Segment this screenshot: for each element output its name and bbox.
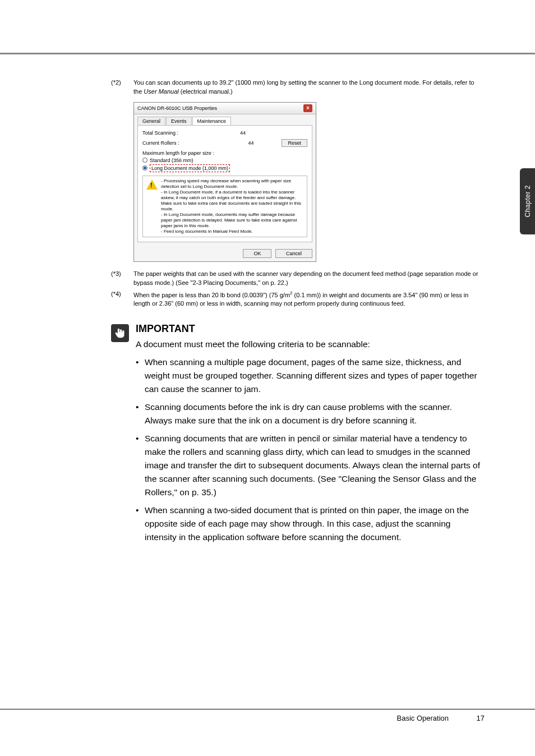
reset-button[interactable]: Reset (282, 139, 307, 147)
footer-inner: Basic Operation 17 (0, 714, 535, 722)
note-row-3: (*3) The paper weights that can be used … (111, 270, 481, 288)
max-length-group: Maximum length for paper size : Standard… (142, 150, 307, 237)
max-length-label: Maximum length for paper size : (142, 150, 307, 156)
bullet-item: When scanning a two-sided document that … (136, 504, 481, 544)
chapter-tab: Chapter 2 (520, 168, 535, 234)
dialog-tabs: General Events Maintenance (134, 114, 316, 125)
footer-section: Basic Operation (397, 714, 449, 722)
important-icon (111, 324, 129, 342)
radio-standard[interactable]: Standard (356 mm) (142, 158, 307, 163)
important-lead: A document must meet the following crite… (136, 338, 481, 351)
warning-box: - Processing speed may decrease when sca… (142, 176, 307, 237)
current-rollers-label: Current Rollers : (142, 140, 248, 146)
total-scanning-value: 44 (240, 130, 274, 136)
bullet-item: Scanning documents before the ink is dry… (136, 400, 481, 427)
note-body: The paper weights that can be used with … (133, 270, 481, 288)
note-row-4: (*4) When the paper is less than 20 lb b… (111, 290, 481, 309)
note-body: You can scan documents up to 39.2" (1000… (133, 79, 481, 96)
page-footer: Basic Operation 17 (0, 709, 535, 722)
chapter-tab-label: Chapter 2 (524, 185, 532, 217)
radio-icon (142, 158, 147, 163)
important-bullets: When scanning a multiple page document, … (136, 356, 481, 544)
important-content: IMPORTANT A document must meet the follo… (136, 323, 481, 548)
important-heading: IMPORTANT (136, 323, 481, 335)
radio-standard-label: Standard (356 mm) (150, 158, 193, 163)
current-rollers-row: Current Rollers : 44 Reset (142, 139, 307, 147)
page-content: (*2) You can scan documents up to 39.2" … (111, 79, 481, 548)
current-rollers-value: 44 (248, 140, 282, 146)
dialog-title: CANON DR-6010C USB Properties (137, 105, 217, 111)
dialog-panel: Total Scanning : 44 Current Rollers : 44… (137, 125, 312, 242)
ok-button[interactable]: OK (243, 249, 271, 258)
note-text-b: (electrical manual.) (179, 88, 233, 95)
important-block: IMPORTANT A document must meet the follo… (111, 323, 481, 548)
note-key: (*3) (111, 270, 133, 288)
tab-events[interactable]: Events (166, 117, 192, 125)
cancel-button[interactable]: Cancel (275, 249, 312, 258)
bullet-item: When scanning a multiple page document, … (136, 356, 481, 396)
radio-long-document-label: Long Document mode (1,000 mm) (150, 164, 230, 172)
radio-icon (142, 165, 147, 170)
note-key: (*2) (111, 79, 133, 96)
tab-general[interactable]: General (137, 117, 165, 125)
warning-text: - Processing speed may decrease when sca… (161, 178, 305, 234)
dialog-titlebar: CANON DR-6010C USB Properties × (134, 103, 316, 114)
note-4-pre: When the paper is less than 20 lb bond (… (133, 291, 290, 298)
note-row-2: (*2) You can scan documents up to 39.2" … (111, 79, 481, 96)
hand-point-icon (114, 328, 126, 339)
radio-long-document[interactable]: Long Document mode (1,000 mm) (142, 164, 307, 172)
note-body: When the paper is less than 20 lb bond (… (133, 290, 481, 309)
tab-maintenance[interactable]: Maintenance (192, 117, 232, 125)
warning-icon (146, 179, 158, 190)
dialog-buttons: OK Cancel (134, 246, 316, 261)
bullet-item: Scanning documents that are written in p… (136, 432, 481, 499)
total-scanning-row: Total Scanning : 44 (142, 130, 307, 136)
close-icon[interactable]: × (303, 104, 312, 112)
footer-page-number: 17 (471, 714, 485, 722)
total-scanning-label: Total Scanning : (142, 130, 240, 136)
note-key: (*4) (111, 290, 133, 309)
properties-dialog: CANON DR-6010C USB Properties × General … (133, 102, 316, 262)
note-em: User Manual (144, 88, 178, 95)
top-rule (0, 53, 535, 54)
